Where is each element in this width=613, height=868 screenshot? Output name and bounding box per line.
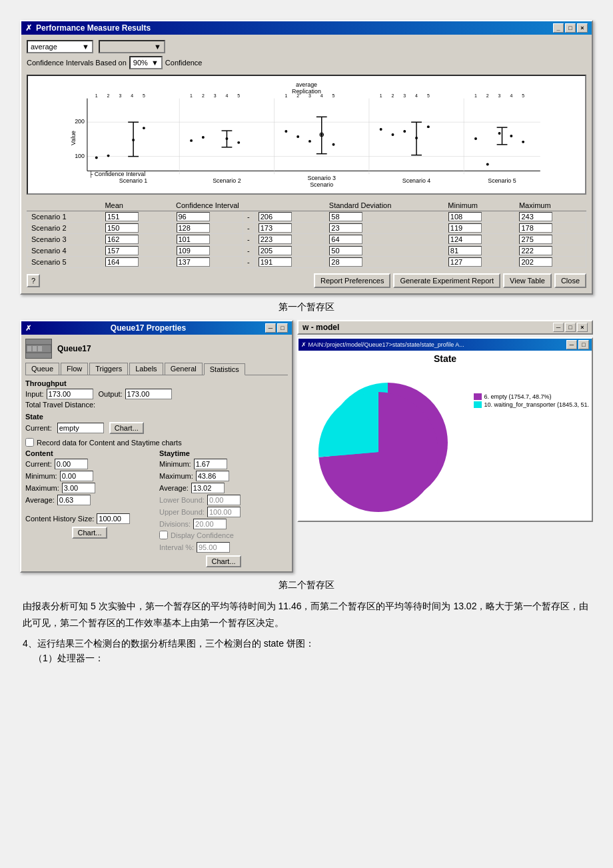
state-minimize-btn[interactable]: ─: [566, 340, 577, 349]
measure-type-label: average: [31, 43, 57, 51]
row-min: [444, 211, 515, 223]
staytime-avg-val[interactable]: [191, 483, 225, 493]
tab-labels[interactable]: Labels: [129, 363, 163, 375]
view-table-btn[interactable]: View Table: [503, 273, 552, 288]
display-conf-checkbox[interactable]: [159, 531, 168, 539]
state-chart-btn[interactable]: Chart...: [109, 422, 144, 434]
measure-type-arrow: ▼: [82, 43, 89, 51]
staytime-div-val[interactable]: [193, 519, 227, 529]
svg-point-73: [415, 137, 418, 139]
svg-point-50: [143, 127, 145, 129]
close-btn[interactable]: Close: [554, 273, 586, 288]
content-col-header: Content: [25, 449, 154, 457]
staytime-col-header: Staytime: [159, 449, 288, 457]
help-button[interactable]: ?: [27, 274, 40, 287]
state-current-row: Current: Chart...: [25, 422, 288, 434]
queue-minimize-btn[interactable]: ─: [265, 323, 276, 333]
row-std: [325, 234, 444, 245]
content-max-val[interactable]: [62, 483, 95, 493]
queue-titlebar: ✗ Queue17 Properties ─ □: [21, 321, 292, 335]
state-path-text: ✗ MAIN:/project/model/Queue17>stats/stat…: [301, 341, 566, 348]
staytime-min-val[interactable]: [194, 459, 227, 469]
perf-minimize-btn[interactable]: _: [553, 23, 564, 33]
content-chart-btn[interactable]: Chart...: [72, 527, 107, 539]
pie-legend: 6. empty (1754.7, 48.7%) 10. waiting_for…: [474, 393, 589, 408]
state-maximize-btn[interactable]: □: [578, 340, 589, 349]
row-min: [444, 257, 515, 268]
queue-properties-window: ✗ Queue17 Properties ─ □ Queue17: [20, 320, 293, 573]
row-dash: -: [243, 211, 255, 223]
content-history: Content History Size:: [25, 513, 154, 524]
description-text: 由报表分析可知 5 次实验中，第一个暂存区的平均等待时间为 11.46，而第二个…: [23, 598, 590, 631]
interval-label: Interval %:: [159, 543, 194, 551]
table-header-scenario: [27, 200, 101, 211]
perf-close-btn[interactable]: ×: [577, 23, 588, 33]
content-max-label: Maximum:: [25, 484, 59, 492]
measure-secondary-arrow: ▼: [154, 43, 161, 51]
row-mean: [101, 245, 172, 257]
svg-point-61: [285, 130, 287, 133]
queue-restore-btn[interactable]: □: [277, 323, 288, 333]
staytime-max-val[interactable]: [196, 471, 229, 481]
table-row: Scenario 2 -: [27, 223, 586, 234]
table-row: Scenario 3 -: [27, 234, 586, 245]
svg-text:2: 2: [297, 93, 299, 98]
output-value[interactable]: [125, 389, 172, 399]
throughput-label: Throughput: [25, 379, 288, 387]
tab-general[interactable]: General: [165, 363, 203, 375]
w-model-close-btn[interactable]: ×: [577, 323, 588, 332]
staytime-min-label: Minimum:: [159, 460, 191, 468]
staytime-upper-val[interactable]: [207, 507, 241, 517]
tab-queue[interactable]: Queue: [25, 363, 59, 375]
row-mean: [101, 223, 172, 234]
output-field: Output:: [99, 389, 172, 399]
svg-text:├ Confidence Interval: ├ Confidence Interval: [89, 170, 145, 178]
record-checkbox[interactable]: [25, 438, 34, 447]
pie-chart-overlay: [299, 385, 472, 519]
report-pref-btn[interactable]: Report Preferences: [314, 273, 390, 288]
content-min-val[interactable]: [60, 471, 93, 481]
input-value[interactable]: [47, 389, 93, 399]
row-std: [325, 211, 444, 223]
content-avg-val[interactable]: [57, 495, 91, 505]
queue-header: Queue17: [25, 339, 288, 359]
content-staytime-grid: Content Current: Minimum: Maximum: A: [25, 449, 288, 567]
content-avg-label: Average:: [25, 496, 55, 504]
confidence-pct-select[interactable]: 90% ▼: [129, 56, 163, 69]
input-field: Input:: [25, 389, 93, 399]
row-label: Scenario 1: [27, 211, 101, 223]
state-current-label: Current:: [25, 424, 52, 432]
perf-measure-window: ✗ Performance Measure Results _ □ × aver…: [20, 20, 593, 295]
tab-triggers[interactable]: Triggers: [89, 363, 128, 375]
interval-val[interactable]: [197, 542, 230, 553]
section4-sub1: （1）处理器一：: [33, 653, 580, 665]
queue-name: Queue17: [57, 344, 91, 353]
measure-type-select[interactable]: average ▼: [27, 40, 93, 53]
tab-statistics[interactable]: Statistics: [204, 363, 245, 375]
perf-title-text: Performance Measure Results: [36, 23, 151, 33]
state-current-value[interactable]: [57, 423, 104, 433]
staytime-min: Minimum:: [159, 459, 288, 469]
state-win-controls: ─ □: [566, 340, 589, 349]
staytime-chart-btn[interactable]: Chart...: [206, 555, 241, 567]
row-ci-high: [254, 223, 325, 234]
svg-text:5: 5: [427, 93, 430, 98]
row-max: [515, 223, 586, 234]
content-current-val[interactable]: [55, 459, 88, 469]
gen-report-btn[interactable]: Generate Experiment Report: [393, 273, 500, 288]
w-model-maximize-btn[interactable]: □: [565, 323, 576, 332]
tab-flow[interactable]: Flow: [61, 363, 88, 375]
svg-text:5: 5: [143, 93, 145, 98]
svg-text:5: 5: [237, 93, 240, 98]
row-mean: [101, 257, 172, 268]
measure-secondary-select[interactable]: ▼: [99, 40, 165, 53]
perf-maximize-btn[interactable]: □: [565, 23, 576, 33]
travel-row: Total Travel Distance:: [25, 401, 288, 409]
content-history-val[interactable]: [97, 513, 130, 524]
svg-point-65: [332, 143, 335, 146]
svg-text:2: 2: [486, 93, 489, 98]
svg-text:average: average: [296, 81, 317, 88]
w-model-minimize-btn[interactable]: ─: [553, 323, 564, 332]
state-window: ✗ MAIN:/project/model/Queue17>stats/stat…: [297, 337, 593, 522]
staytime-lower-val[interactable]: [207, 495, 241, 505]
